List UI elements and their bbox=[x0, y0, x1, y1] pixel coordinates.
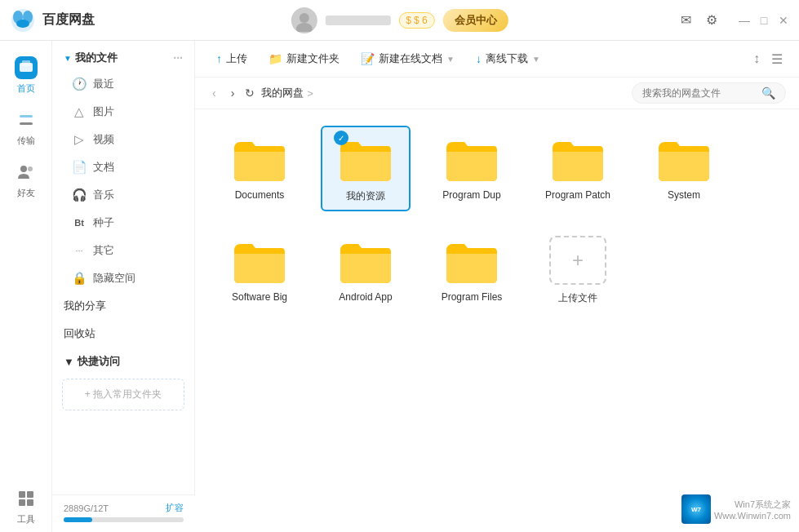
file-item-upload[interactable]: + 上传文件 bbox=[533, 228, 623, 313]
vip-button[interactable]: 会员中心 bbox=[443, 9, 508, 32]
folder-icon-wrap bbox=[655, 134, 712, 183]
sidebar-item-images[interactable]: △ 图片 bbox=[52, 98, 194, 126]
recycle-item[interactable]: 回收站 bbox=[52, 320, 194, 348]
new-folder-icon: 📁 bbox=[269, 52, 282, 65]
new-online-doc-button[interactable]: 📝 新建在线文档 ▼ bbox=[353, 47, 463, 70]
my-share-item[interactable]: 我的分享 bbox=[52, 292, 194, 320]
my-files-header[interactable]: ▼ 我的文件 ··· bbox=[52, 41, 194, 70]
quick-access-drop[interactable]: + 拖入常用文件夹 bbox=[62, 379, 184, 410]
music-icon: 🎧 bbox=[72, 188, 87, 202]
file-label-software_big: Software Big bbox=[232, 291, 287, 303]
file-item-system[interactable]: System bbox=[639, 126, 729, 211]
svg-point-5 bbox=[295, 23, 312, 32]
file-label-system: System bbox=[668, 189, 700, 201]
sidebar-item-tools[interactable]: 工具 bbox=[0, 480, 52, 532]
new-folder-button[interactable]: 📁 新建文件夹 bbox=[260, 47, 348, 70]
file-item-program_files[interactable]: Program Files bbox=[427, 228, 517, 313]
folder-icon-wrap bbox=[443, 134, 500, 183]
svg-rect-14 bbox=[19, 499, 25, 506]
videos-icon: ▷ bbox=[72, 132, 87, 147]
sidebar-item-home[interactable]: 首页 bbox=[0, 49, 52, 101]
friends-icon bbox=[15, 161, 38, 184]
online-doc-arrow: ▼ bbox=[446, 55, 455, 64]
nav-tools-label: 工具 bbox=[17, 513, 35, 525]
offline-icon: ↓ bbox=[476, 52, 482, 65]
svg-point-10 bbox=[20, 166, 27, 172]
mail-icon[interactable]: ✉ bbox=[678, 13, 693, 28]
file-item-android_app[interactable]: Android App bbox=[321, 228, 411, 313]
toolbar-right: ↕ ☰ bbox=[750, 48, 786, 70]
upload-icon: ↑ bbox=[216, 52, 222, 65]
refresh-button[interactable]: ↻ bbox=[245, 86, 255, 100]
sidebar-item-recent[interactable]: 🕐 最近 bbox=[52, 70, 194, 98]
folder-svg bbox=[231, 134, 288, 183]
sidebar-item-music[interactable]: 🎧 音乐 bbox=[52, 181, 194, 209]
avatar bbox=[291, 7, 317, 33]
file-item-software_big[interactable]: Software Big bbox=[215, 228, 304, 313]
expand-btn[interactable]: 扩容 bbox=[166, 502, 184, 514]
sidebar-item-other[interactable]: ··· 其它 bbox=[52, 237, 194, 264]
home-icon bbox=[15, 56, 38, 79]
back-button[interactable]: ‹ bbox=[208, 85, 220, 101]
chevron-icon: ▼ bbox=[64, 54, 72, 63]
file-label-my_resources: 我的资源 bbox=[346, 189, 385, 203]
address-bar: ‹ › ↻ 我的网盘 > 🔍 bbox=[195, 78, 799, 109]
nav-friends-label: 好友 bbox=[17, 187, 35, 199]
forward-button[interactable]: › bbox=[227, 85, 239, 101]
upload-button[interactable]: ↑ 上传 bbox=[208, 47, 255, 70]
images-icon: △ bbox=[72, 104, 87, 119]
online-doc-icon: 📝 bbox=[361, 52, 375, 65]
seeds-label: 种子 bbox=[93, 215, 114, 230]
sidebar-item-friends[interactable]: 好友 bbox=[0, 153, 52, 206]
list-view-button[interactable]: ☰ bbox=[768, 48, 786, 70]
folder-icon-wrap: ✓ bbox=[337, 134, 394, 183]
folder-svg bbox=[443, 134, 500, 183]
breadcrumb: 我的网盘 > bbox=[261, 86, 313, 100]
quick-chevron-icon: ▼ bbox=[64, 356, 74, 368]
file-grid: Documents ✓ 我的资源 Program Dup bbox=[195, 109, 799, 532]
upload-placeholder: + bbox=[549, 236, 606, 285]
content-area: ↑ 上传 📁 新建文件夹 📝 新建在线文档 ▼ ↓ 离线下载 ▼ ↕ ☰ bbox=[195, 41, 799, 532]
sidebar-item-docs[interactable]: 📄 文档 bbox=[52, 153, 194, 181]
toolbar: ↑ 上传 📁 新建文件夹 📝 新建在线文档 ▼ ↓ 离线下载 ▼ ↕ ☰ bbox=[195, 41, 799, 78]
search-input[interactable] bbox=[642, 87, 757, 99]
sidebar-item-videos[interactable]: ▷ 视频 bbox=[52, 126, 194, 153]
svg-rect-9 bbox=[20, 122, 33, 125]
offline-download-button[interactable]: ↓ 离线下载 ▼ bbox=[468, 47, 548, 70]
folder-svg bbox=[231, 236, 288, 285]
sort-az-button[interactable]: ↕ bbox=[750, 48, 763, 70]
sidebar-item-transfer[interactable]: 传输 bbox=[0, 101, 52, 153]
svg-point-11 bbox=[28, 166, 33, 171]
folder-icon-wrap bbox=[337, 236, 394, 285]
hidden-label: 隐藏空间 bbox=[93, 271, 135, 286]
sidebar-item-hidden[interactable]: 🔒 隐藏空间 bbox=[52, 264, 194, 292]
more-btn[interactable]: ··· bbox=[173, 51, 183, 64]
svg-point-4 bbox=[299, 13, 309, 23]
file-item-program_dup[interactable]: Program Dup bbox=[427, 126, 517, 211]
selected-checkmark: ✓ bbox=[334, 131, 348, 145]
quick-access-header[interactable]: ▼ 快捷访问 bbox=[52, 348, 194, 375]
breadcrumb-root[interactable]: 我的网盘 bbox=[261, 86, 304, 100]
file-item-program_patch[interactable]: Program Patch bbox=[533, 126, 623, 211]
file-label-upload: 上传文件 bbox=[558, 291, 597, 305]
close-button[interactable]: ✕ bbox=[778, 15, 789, 26]
sidebar-item-seeds[interactable]: Bt 种子 bbox=[52, 209, 194, 237]
file-label-program_patch: Program Patch bbox=[545, 189, 610, 201]
file-item-my_resources[interactable]: ✓ 我的资源 bbox=[321, 126, 411, 211]
file-label-documents: Documents bbox=[235, 189, 285, 201]
maximize-button[interactable]: □ bbox=[758, 15, 770, 26]
minimize-button[interactable]: — bbox=[739, 15, 750, 26]
svg-rect-15 bbox=[27, 499, 33, 506]
svg-rect-8 bbox=[20, 115, 33, 117]
search-box: 🔍 bbox=[632, 82, 786, 104]
seeds-icon: Bt bbox=[72, 218, 87, 228]
quick-access-label: 快捷访问 bbox=[78, 354, 120, 369]
search-button[interactable]: 🔍 bbox=[761, 86, 775, 100]
offline-label: 离线下载 bbox=[486, 51, 528, 66]
title-center: $ $ 6 会员中心 bbox=[291, 7, 508, 33]
images-label: 图片 bbox=[93, 104, 114, 119]
file-item-documents[interactable]: Documents bbox=[215, 126, 304, 211]
svg-rect-12 bbox=[19, 491, 25, 498]
svg-rect-13 bbox=[27, 491, 33, 498]
settings-icon[interactable]: ⚙ bbox=[704, 13, 719, 28]
